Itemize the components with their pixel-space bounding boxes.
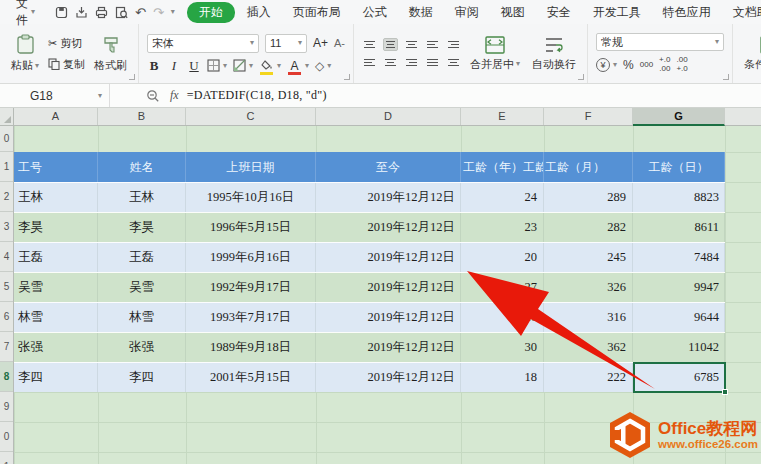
cell[interactable]: 24 — [461, 183, 544, 212]
column-header-g-selected[interactable]: G — [633, 108, 725, 126]
tab-formulas[interactable]: 公式 — [353, 1, 397, 24]
undo-icon[interactable]: ↶ — [135, 6, 146, 19]
align-right-button[interactable] — [404, 56, 419, 69]
fill-color-button[interactable]: ▾ — [259, 59, 281, 73]
distribute-button[interactable] — [446, 56, 461, 69]
justify-button[interactable] — [425, 56, 440, 69]
cell[interactable]: 2019年12月12日 — [316, 273, 461, 302]
underline-button[interactable]: U — [187, 58, 201, 74]
cell[interactable]: 王磊 — [98, 243, 186, 272]
row-header[interactable]: 9 — [0, 392, 13, 422]
cell[interactable]: 23 — [461, 213, 544, 242]
cell[interactable]: 30 — [461, 333, 544, 362]
cell[interactable]: 1995年10月16日 — [186, 183, 316, 212]
fx-icon[interactable]: fx — [170, 88, 179, 103]
row-header[interactable]: 2 — [0, 182, 13, 212]
tab-developer[interactable]: 开发工具 — [583, 1, 651, 24]
formula-input[interactable]: =DATEDIF(C18, D18, "d") — [187, 88, 327, 103]
save-icon[interactable] — [55, 6, 68, 19]
format-painter-button[interactable]: 格式刷 — [91, 33, 130, 75]
number-format-select[interactable]: 常规 ▾ — [596, 33, 724, 51]
tab-special-apps[interactable]: 特色应用 — [653, 1, 721, 24]
increase-decimal-button[interactable]: +.0 .00 — [659, 56, 670, 74]
cell[interactable]: 9947 — [633, 273, 725, 302]
align-top-button[interactable] — [362, 38, 377, 51]
cell[interactable]: 8823 — [633, 183, 725, 212]
font-size-select[interactable]: 11 ▾ — [265, 34, 307, 53]
currency-button[interactable]: ¥ ▾ — [596, 58, 617, 72]
cell[interactable]: 8611 — [633, 213, 725, 242]
row-header[interactable]: 5 — [0, 272, 13, 302]
cell[interactable]: 1989年9月18日 — [186, 333, 316, 362]
cell[interactable]: 吴雪 — [98, 273, 186, 302]
cell[interactable]: 张强 — [14, 333, 98, 362]
tab-view[interactable]: 视图 — [491, 1, 535, 24]
print-icon[interactable] — [95, 6, 108, 19]
column-header-a[interactable]: A — [14, 108, 98, 125]
cell[interactable]: 11042 — [633, 333, 725, 362]
selected-cell-outline[interactable] — [633, 362, 726, 393]
cell[interactable]: 2001年5月15日 — [186, 363, 316, 392]
cell[interactable]: 362 — [544, 333, 633, 362]
bold-button[interactable]: B — [147, 58, 161, 74]
column-header-f[interactable]: F — [544, 108, 633, 125]
align-bottom-button[interactable] — [404, 38, 419, 51]
tab-insert[interactable]: 插入 — [237, 1, 281, 24]
paste-button[interactable]: 粘贴▾ — [8, 32, 42, 75]
tab-home[interactable]: 开始 — [187, 2, 235, 23]
cell[interactable]: 1996年5月15日 — [186, 213, 316, 242]
header-cell[interactable]: 工号 — [14, 152, 98, 182]
thousands-button[interactable]: 000 — [640, 61, 653, 70]
row-header[interactable]: 3 — [0, 212, 13, 242]
cell[interactable]: 吴雪 — [14, 273, 98, 302]
align-center-button[interactable] — [383, 56, 398, 69]
copy-button[interactable]: 复制 — [48, 57, 85, 72]
cell[interactable]: 326 — [544, 273, 633, 302]
cell[interactable]: 18 — [461, 363, 544, 392]
row-header-selected[interactable]: 8 — [0, 362, 13, 392]
cell[interactable]: 王林 — [14, 183, 98, 212]
decrease-font-button[interactable]: A- — [334, 37, 345, 49]
cell[interactable]: 王磊 — [14, 243, 98, 272]
header-cell[interactable]: 工龄（日） — [633, 152, 725, 182]
decrease-indent-button[interactable] — [425, 38, 440, 51]
cell[interactable]: 张强 — [98, 333, 186, 362]
cell[interactable]: 222 — [544, 363, 633, 392]
cell[interactable]: 7484 — [633, 243, 725, 272]
cell[interactable]: 1999年6月16日 — [186, 243, 316, 272]
cell[interactable]: 李昊 — [14, 213, 98, 242]
cell[interactable]: 2019年12月12日 — [316, 303, 461, 332]
row-header[interactable]: 6 — [0, 302, 13, 332]
print-preview-icon[interactable] — [115, 6, 128, 19]
row-header[interactable]: 0 — [0, 422, 13, 452]
cell[interactable]: 2019年12月12日 — [316, 363, 461, 392]
select-all-corner[interactable] — [0, 108, 14, 125]
row-header[interactable]: 7 — [0, 332, 13, 362]
column-header-c[interactable]: C — [186, 108, 316, 125]
header-cell[interactable]: 工龄（年）工龄 — [461, 152, 544, 182]
font-name-select[interactable]: 宋体 ▾ — [147, 34, 259, 53]
decrease-decimal-button[interactable]: .00 +.0 — [676, 56, 687, 74]
header-cell[interactable]: 工龄（月） — [544, 152, 633, 182]
cell[interactable]: 王林 — [98, 183, 186, 212]
header-cell[interactable]: 至今 — [316, 152, 461, 182]
increase-font-button[interactable]: A+ — [313, 36, 328, 50]
sheet-area[interactable]: A B C D E F G 0 1 2 3 4 5 6 7 8 9 0 1 — [0, 108, 761, 464]
tab-doc-assistant[interactable]: 文档助手 — [723, 1, 761, 24]
header-cell[interactable]: 上班日期 — [186, 152, 316, 182]
cell[interactable]: 20 — [461, 243, 544, 272]
redo-icon[interactable]: ↷ — [153, 6, 164, 19]
cell[interactable]: 2019年12月12日 — [316, 183, 461, 212]
cell[interactable]: 316 — [544, 303, 633, 332]
tab-review[interactable]: 审阅 — [445, 1, 489, 24]
column-header-b[interactable]: B — [98, 108, 186, 125]
export-icon[interactable] — [75, 6, 88, 19]
tab-security[interactable]: 安全 — [537, 1, 581, 24]
cell[interactable]: 26 — [461, 303, 544, 332]
row-header[interactable]: 4 — [0, 242, 13, 272]
cell[interactable]: 245 — [544, 243, 633, 272]
italic-button[interactable]: I — [167, 58, 181, 74]
name-box[interactable]: G18 ▾ — [0, 84, 110, 107]
cell[interactable]: 李昊 — [98, 213, 186, 242]
cell[interactable]: 1992年9月17日 — [186, 273, 316, 302]
